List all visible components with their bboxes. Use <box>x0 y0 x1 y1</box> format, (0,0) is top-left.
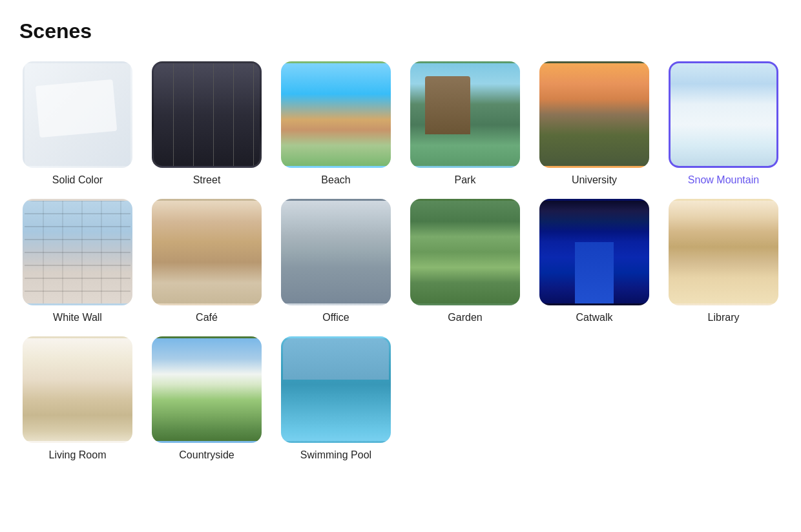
scene-item-cafe[interactable]: Café <box>149 199 265 323</box>
scene-thumb-countryside <box>152 336 262 443</box>
scene-label-library: Library <box>708 312 740 323</box>
scene-label-university: University <box>572 174 617 186</box>
scene-item-swimming-pool[interactable]: Swimming Pool <box>278 336 394 461</box>
scene-label-snow-mountain: Snow Mountain <box>688 174 759 186</box>
scene-label-catwalk: Catwalk <box>576 312 613 323</box>
scene-item-solid-color[interactable]: Solid Color <box>19 61 136 186</box>
scene-thumb-swimming-pool <box>281 336 391 443</box>
scene-item-library[interactable]: Library <box>665 199 782 323</box>
scene-thumb-white-wall <box>23 199 132 305</box>
scene-thumb-cafe <box>152 199 262 305</box>
scene-item-beach[interactable]: Beach <box>278 61 394 186</box>
scene-item-snow-mountain[interactable]: Snow Mountain <box>665 61 782 186</box>
scene-thumb-street <box>152 61 262 168</box>
scene-item-catwalk[interactable]: Catwalk <box>536 199 652 323</box>
scene-label-white-wall: White Wall <box>53 312 102 323</box>
scene-item-countryside[interactable]: Countryside <box>149 336 265 461</box>
scene-thumb-solid-color <box>23 61 132 168</box>
scene-label-park: Park <box>455 174 476 186</box>
scene-thumb-snow-mountain <box>669 61 778 168</box>
scene-label-solid-color: Solid Color <box>52 174 103 186</box>
scene-item-street[interactable]: Street <box>149 61 265 186</box>
scene-label-street: Street <box>193 174 221 186</box>
scene-label-living-room: Living Room <box>49 449 107 461</box>
scene-item-living-room[interactable]: Living Room <box>19 336 136 461</box>
scene-thumb-university <box>539 61 649 168</box>
scene-label-garden: Garden <box>448 312 482 323</box>
scene-thumb-living-room <box>23 336 132 443</box>
scene-label-swimming-pool: Swimming Pool <box>300 449 371 461</box>
scene-item-university[interactable]: University <box>536 61 652 186</box>
scene-item-white-wall[interactable]: White Wall <box>19 199 136 323</box>
scenes-grid: Solid ColorStreetBeachParkUniversitySnow… <box>19 61 782 461</box>
scene-thumb-catwalk <box>539 199 649 305</box>
scene-label-cafe: Café <box>196 312 218 323</box>
scene-thumb-beach <box>281 61 391 168</box>
scene-label-office: Office <box>322 312 349 323</box>
scene-thumb-park <box>410 61 520 168</box>
scene-item-office[interactable]: Office <box>278 199 394 323</box>
scene-label-beach: Beach <box>321 174 350 186</box>
page-title: Scenes <box>19 19 782 43</box>
scene-item-park[interactable]: Park <box>407 61 523 186</box>
scene-thumb-office <box>281 199 391 305</box>
scene-thumb-garden <box>410 199 520 305</box>
scene-thumb-library <box>669 199 778 305</box>
scene-item-garden[interactable]: Garden <box>407 199 523 323</box>
scene-label-countryside: Countryside <box>179 449 234 461</box>
